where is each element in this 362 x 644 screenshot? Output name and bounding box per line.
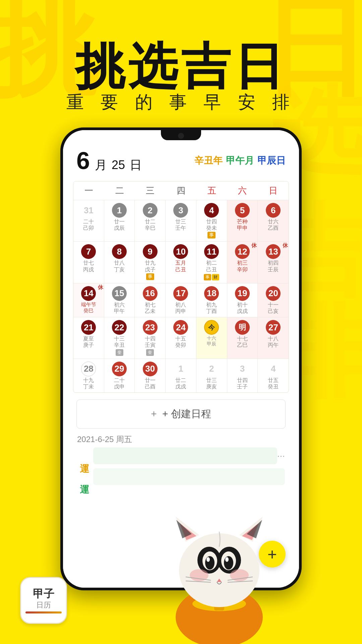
- cal-day-5[interactable]: 5 芒种甲申: [227, 200, 258, 241]
- cal-day-1-next[interactable]: 1 廿二戊戌: [166, 359, 196, 392]
- weekday-tue: 二: [104, 181, 135, 200]
- phone-camera: [178, 133, 184, 139]
- cal-day-19[interactable]: 19 初十戊戌: [227, 283, 258, 317]
- lunar-day: 甲辰日: [257, 154, 286, 167]
- cal-day-3-next[interactable]: 3 廿四壬子: [227, 359, 258, 392]
- cal-day-2-next[interactable]: 2 廿三庚亥: [196, 359, 227, 392]
- cal-day-4-next[interactable]: 4 廿五癸丑: [258, 359, 289, 392]
- cal-day-4[interactable]: 4 廿四癸未 事: [196, 200, 227, 241]
- cal-day-22[interactable]: 22 十三辛丑 奎: [104, 317, 135, 358]
- schedule-card-unlucky: [93, 468, 285, 485]
- cal-day-12[interactable]: 休 12 初三辛卯: [227, 241, 258, 283]
- app-icon: 甲子 日历: [20, 577, 67, 624]
- cal-day-6[interactable]: 6 廿六乙酉: [258, 200, 289, 241]
- svg-point-17: [225, 557, 229, 562]
- create-schedule-button[interactable]: + + 创建日程: [76, 399, 286, 429]
- cal-day-17[interactable]: 17 初八丙申: [166, 283, 196, 317]
- cal-day-25-today[interactable]: 今 十六甲辰: [196, 317, 227, 358]
- cal-day-21[interactable]: 21 夏至庚子: [73, 317, 104, 358]
- cal-day-15[interactable]: 15 初六甲午: [104, 283, 135, 317]
- sub-title: 重 要 的 事 早 安 排: [0, 91, 362, 114]
- cal-day-11[interactable]: 11 初二己丑 事 财: [196, 241, 227, 283]
- svg-point-15: [224, 556, 233, 570]
- schedule-item-2[interactable]: 運: [77, 468, 285, 485]
- day-label: 日: [130, 158, 142, 172]
- svg-point-14: [205, 556, 215, 570]
- calendar-body: 31 二十己卯 1 廿一戊辰 2 廿二辛巳: [73, 200, 289, 392]
- cal-day-28[interactable]: 28 十九丁未: [73, 359, 104, 392]
- cal-day-13[interactable]: 休 13 初四壬辰: [258, 241, 289, 283]
- svg-point-16: [206, 557, 210, 562]
- cal-day-2[interactable]: 2 廿二辛巳: [135, 200, 166, 241]
- cal-day-20[interactable]: 20 十一己亥: [258, 283, 289, 317]
- app-icon-text-line1: 甲子: [33, 587, 54, 600]
- app-icon-inner: 甲子 日历: [20, 577, 67, 624]
- calendar-weekday-header: 一 二 三 四 五 六 日: [73, 181, 289, 200]
- weekday-sun: 日: [258, 181, 289, 200]
- weekday-mon: 一: [73, 181, 104, 200]
- app-icon-text-line2: 日历: [36, 600, 51, 610]
- month-label: 月: [95, 158, 107, 172]
- schedule-item-1[interactable]: 運 ···: [77, 447, 285, 464]
- weekday-wed: 三: [135, 181, 166, 200]
- weekday-thu: 四: [166, 181, 196, 200]
- lunar-date: 辛丑年 甲午月 甲辰日: [194, 154, 286, 167]
- weekday-sat: 六: [227, 181, 258, 200]
- schedule-list: 運 ··· 運: [77, 447, 285, 485]
- cal-day-9[interactable]: 9 廿九戊子 事: [135, 241, 166, 283]
- calendar-header: 6 月 25 日 辛丑年 甲午月 甲辰日: [73, 147, 289, 174]
- cal-day-23[interactable]: 23 十四壬寅 奎: [135, 317, 166, 358]
- schedule-more-icon[interactable]: ···: [277, 450, 285, 461]
- cat-svg: [156, 483, 283, 644]
- cal-day-3[interactable]: 3 廿三壬午: [166, 200, 196, 241]
- lunar-month: 甲午月: [226, 154, 254, 167]
- calendar-grid: 一 二 三 四 五 六 日 31 二十己卯: [73, 181, 289, 393]
- cal-day-29[interactable]: 29 二十戊申: [104, 359, 135, 392]
- cat-mascot: [156, 483, 283, 644]
- cal-day-27[interactable]: 27 十八丙午: [258, 317, 289, 358]
- cal-day-30[interactable]: 30 廿一己酉: [135, 359, 166, 392]
- cal-day-10[interactable]: 10 五月己丑: [166, 241, 196, 283]
- cal-day-8[interactable]: 8 廿八丁亥: [104, 241, 135, 283]
- create-btn-label: + 创建日程: [162, 408, 211, 419]
- weekday-fri: 五: [196, 181, 227, 200]
- lunar-year: 辛丑年: [194, 154, 223, 167]
- plus-icon: +: [151, 408, 157, 419]
- day-num: 25: [112, 158, 125, 172]
- app-icon-stripe: [25, 611, 61, 613]
- cal-day-tomorrow[interactable]: 明 十七乙巳: [227, 317, 258, 358]
- cal-day-14[interactable]: 休 14 端午节癸巳: [73, 283, 104, 317]
- cal-day-16[interactable]: 16 初七乙未: [135, 283, 166, 317]
- cal-day-31-prev[interactable]: 31 二十己卯: [73, 200, 104, 241]
- cal-day-24[interactable]: 24 十五癸卯: [166, 317, 196, 358]
- cal-day-1[interactable]: 1 廿一戊辰: [104, 200, 135, 241]
- schedule-date: 2021-6-25 周五: [77, 434, 285, 445]
- month-num: 6: [76, 147, 90, 174]
- schedule-card-lucky: [93, 447, 277, 464]
- cal-day-7[interactable]: 7 廿七丙戌: [73, 241, 104, 283]
- current-date: 6 月 25 日: [76, 147, 142, 174]
- cal-day-18[interactable]: 18 初九丁酉: [196, 283, 227, 317]
